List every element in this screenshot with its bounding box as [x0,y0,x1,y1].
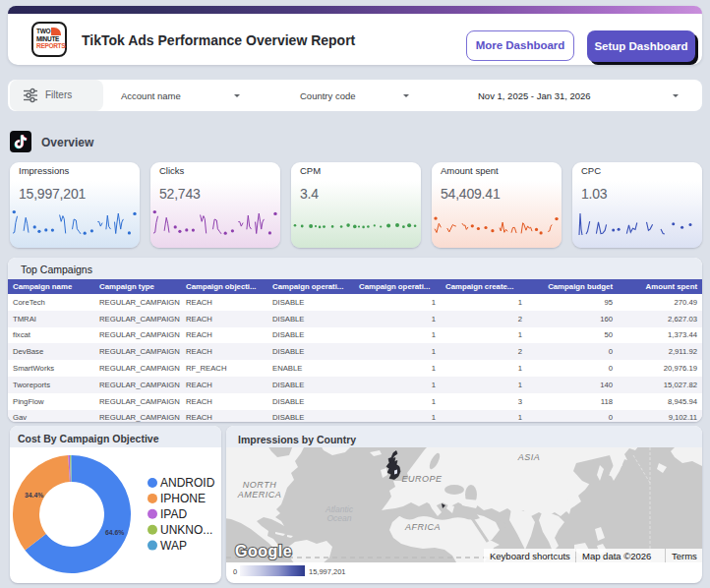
svg-text:AMERICA: AMERICA [237,490,282,500]
svg-text:NORTH: NORTH [243,480,276,490]
svg-text:WAP: WAP [160,539,187,553]
svg-text:ANDROID: ANDROID [160,476,215,490]
svg-text:IPHONE: IPHONE [160,492,206,505]
svg-text:64.6%: 64.6% [105,529,124,536]
svg-text:AFRICA: AFRICA [404,522,441,532]
svg-text:Map data ©2026: Map data ©2026 [582,551,651,561]
svg-text:Ocean: Ocean [326,513,351,523]
svg-text:IPAD: IPAD [160,507,187,521]
svg-text:Terms: Terms [672,551,697,561]
svg-text:Google: Google [235,543,292,559]
svg-text:UNKNO...: UNKNO... [160,523,212,537]
svg-text:EUROPE: EUROPE [401,474,443,484]
svg-text:ASIA: ASIA [517,452,541,462]
svg-text:34.4%: 34.4% [25,492,43,499]
svg-text:Keyboard shortcuts: Keyboard shortcuts [490,551,570,561]
